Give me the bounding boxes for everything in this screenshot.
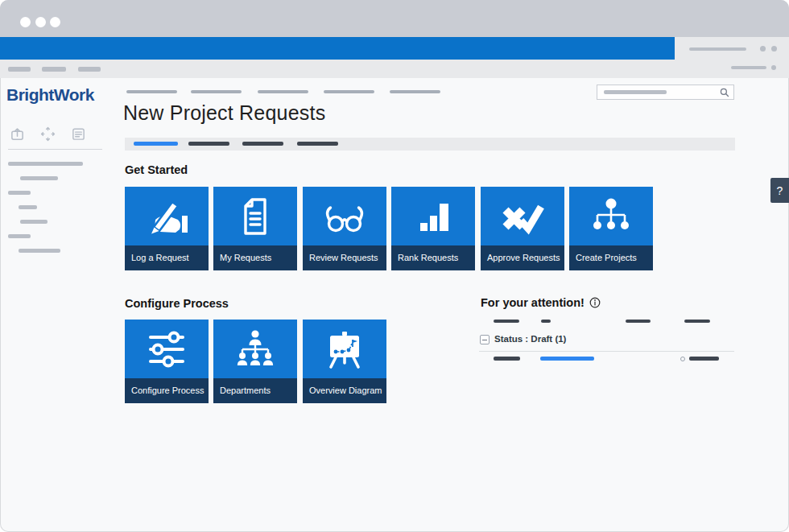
tile-log-a-request[interactable]: Log a Request [125,187,209,270]
attention-row-placeholder [494,357,520,361]
sidebar-item-placeholder[interactable] [19,205,37,209]
org-chart-icon [569,187,653,245]
ribbon-tab-placeholder[interactable] [42,67,66,72]
tile-create-projects[interactable]: Create Projects [569,187,653,270]
help-button[interactable]: ? [770,178,789,203]
tile-review-requests[interactable]: Review Requests [303,187,386,270]
tile-label: Rank Requests [391,245,475,270]
attention-radio-icon[interactable] [680,357,685,361]
window-dot-icon[interactable] [35,17,46,27]
tile-label: Departments [213,378,297,403]
tile-label: Create Projects [569,245,653,270]
attention-column-placeholder [626,320,651,323]
glasses-icon [303,187,386,245]
tab-item[interactable] [242,142,283,146]
breadcrumb-placeholder[interactable] [324,90,374,93]
suite-help-icon[interactable] [771,46,777,52]
breadcrumb-placeholder[interactable] [390,90,440,93]
attention-progress-bar [540,357,594,361]
suite-bar-brand [0,37,675,60]
search-input[interactable] [597,85,734,100]
tab-item[interactable] [297,142,338,146]
tab-active[interactable] [134,142,178,146]
tab-item[interactable] [188,142,229,146]
window-dot-icon[interactable] [20,17,31,27]
tile-label: Log a Request [125,245,209,270]
brightwork-logo: BrightWork [6,85,94,105]
x-check-icon [481,187,564,245]
tile-label: Configure Process [125,378,209,403]
info-icon[interactable] [589,297,601,308]
ribbon-bar [0,60,789,78]
write-hand-icon [125,187,209,245]
attention-column-placeholder [684,320,710,323]
sidebar-item-placeholder[interactable] [8,234,31,238]
ribbon-tab-placeholder[interactable] [8,67,31,72]
bar-chart-icon [391,187,475,245]
tile-my-requests[interactable]: My Requests [213,187,297,270]
sidebar-item-placeholder[interactable] [20,176,58,180]
suite-settings-icon[interactable] [760,46,766,52]
ribbon-tab-placeholder[interactable] [78,67,101,72]
document-icon [213,187,297,245]
attention-column-placeholder [541,320,551,323]
search-placeholder [604,90,667,94]
tile-configure-process[interactable]: Configure Process [125,320,209,403]
tile-rank-requests[interactable]: Rank Requests [391,187,475,270]
sidebar-item-placeholder[interactable] [8,191,31,195]
move-icon[interactable] [40,126,56,142]
notes-icon[interactable] [71,126,86,142]
app-window: BrightWork [0,0,789,532]
people-org-icon [213,320,297,378]
attention-row-placeholder [689,357,719,361]
sidebar-item-placeholder[interactable] [20,220,48,224]
sidebar-item-placeholder[interactable] [19,249,60,253]
section-heading: Get Started [125,163,188,176]
tile-label: Approve Requests [481,245,564,270]
attention-heading-text: For your attention! [481,296,585,309]
ribbon-right-placeholder [731,66,766,69]
tile-overview-diagram[interactable]: Overview Diagram [303,320,386,403]
tile-label: My Requests [213,245,297,270]
window-dot-icon[interactable] [50,17,60,27]
upload-icon[interactable] [10,126,25,142]
attention-column-placeholder [494,320,519,323]
breadcrumb-placeholder[interactable] [191,90,242,93]
suite-user-placeholder [689,47,746,51]
breadcrumb-placeholder[interactable] [258,90,308,93]
tile-departments[interactable]: Departments [213,320,297,403]
section-heading: Configure Process [125,297,229,310]
magnifier-icon[interactable] [720,88,729,97]
tile-label: Overview Diagram [303,378,386,403]
sidebar-divider [8,149,102,150]
page-title: New Project Requests [123,101,325,125]
collapse-group-icon[interactable] [480,335,490,344]
tile-approve-requests[interactable]: Approve Requests [481,187,564,270]
window-titlebar [0,0,789,37]
ribbon-right-icon[interactable] [771,65,776,70]
attention-divider [479,351,734,352]
status-group-label: Status : Draft (1) [494,334,566,344]
easel-icon [303,320,386,378]
tile-label: Review Requests [303,245,386,270]
sidebar-item-placeholder[interactable] [8,162,83,166]
breadcrumb-placeholder[interactable] [126,90,177,93]
attention-heading: For your attention! [481,296,601,309]
sliders-icon [125,320,209,378]
